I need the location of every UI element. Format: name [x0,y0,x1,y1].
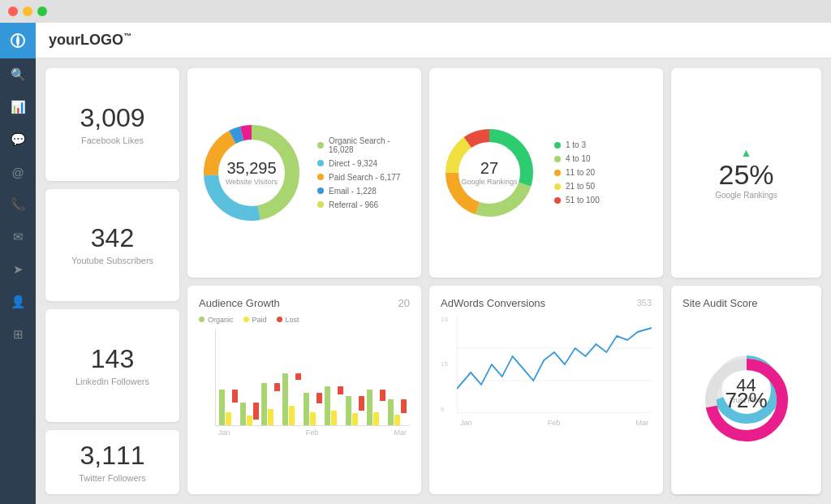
dashboard: 3,009 Facebook Likes 342 Youtube Subscri… [36,58,831,504]
visitors-donut: 35,295 Website Visitors [199,120,304,226]
bar-lost [316,393,322,403]
bar-organic [388,399,394,425]
site-audit-number: 72% [725,387,767,412]
audience-value: 20 [398,297,410,309]
legend-51to100: 51 to 100 [554,196,652,205]
legend-lost-bar: Lost [277,316,299,324]
bar-lost [295,373,301,380]
bar-chart-icon[interactable]: 📊 [0,91,36,123]
legend-paid: Paid Search - 6,177 [317,173,410,182]
legend-organic-bar: Organic [199,316,234,324]
rankings-legend: 1 to 3 4 to 10 11 to 20 21 to 50 [554,140,652,205]
bar-axis-labels: Jan Feb Mar [215,429,410,437]
visitors-legend: Organic Search - 16,028 Direct - 9,324 P… [317,136,410,209]
maximize-button[interactable] [37,6,47,16]
twitter-followers-label: Twitter Followers [79,473,146,483]
legend-email: Email - 1,228 [317,187,410,196]
mail-icon[interactable]: ✉ [0,221,36,253]
visitors-donut-label: 35,295 Website Visitors [226,159,278,186]
phone-icon[interactable]: 📞 [0,188,36,221]
google-pct-label: Google Rankings [715,191,777,200]
bar-paid [394,415,400,425]
bar-chart-container: Jan Feb Mar [199,329,410,437]
google-pct-card: ▲ 25% Google Rankings [671,68,821,278]
bar-group [367,390,385,425]
audience-header: Audience Growth 20 [199,297,410,309]
legend-direct: Direct - 9,324 [317,159,410,168]
bar-lost [359,396,364,411]
bar-group [304,393,322,425]
close-button[interactable] [8,6,18,16]
organic-dot [317,142,324,149]
adwords-title: AdWords Conversions [441,297,545,309]
bar-organic [219,390,225,425]
audience-growth-card: Audience Growth 20 Organic Paid Lost [187,286,421,495]
adwords-card: AdWords Conversions 353 Jan [429,286,663,495]
linkedin-followers-number: 143 [91,345,134,373]
bar-organic [282,373,288,425]
bar-paid [289,406,295,425]
bar-lost [380,390,385,402]
send-icon[interactable]: ➤ [0,253,36,286]
google-pct-number: 25% [718,159,773,191]
rankings-donut: 27 Google Rankings [441,124,538,222]
box-icon[interactable]: ⊞ [0,318,36,351]
site-audit-donut: 72% [702,355,791,445]
bar-group [325,386,343,425]
user-icon[interactable]: 👤 [0,286,36,318]
adwords-y-labels: 23 15 8 [441,316,448,413]
twitter-followers-card: 3,111 Twitter Followers [45,430,179,494]
adwords-axis-labels: Jan Feb Mar [457,419,652,427]
facebook-likes-label: Facebook Likes [81,136,144,145]
pct-arrow: ▲ [741,146,752,159]
bar-group [261,383,280,425]
audience-legend: Organic Paid Lost [199,316,410,324]
app-container: 🔍 📊 💬 @ 📞 ✉ ➤ 👤 ⊞ yourLOGO™ 3,009 Facebo… [0,23,831,504]
legend-4to10: 4 to 10 [554,154,652,163]
bar-group [219,390,238,425]
linkedin-followers-card: 143 Linkedin Followers [45,309,179,422]
site-audit-card: Site Audit Score 72% [671,286,821,495]
at-icon[interactable]: @ [0,156,36,188]
logo: yourLOGO™ [49,32,131,49]
bar-lost [338,386,343,395]
sidebar: 🔍 📊 💬 @ 📞 ✉ ➤ 👤 ⊞ [0,23,36,504]
bar-paid [268,409,273,425]
sidebar-logo[interactable] [0,23,36,58]
bar-group [388,399,407,425]
comment-icon[interactable]: 💬 [0,123,36,156]
twitter-followers-number: 3,111 [80,442,144,470]
youtube-subscribers-number: 342 [91,224,134,252]
search-icon[interactable]: 🔍 [0,58,36,91]
rankings-donut-label: 27 Google Rankings [461,159,517,186]
line-chart-container: Jan Feb Mar 23 15 8 [441,316,652,427]
facebook-likes-number: 3,009 [80,104,144,132]
bar-organic [367,390,372,425]
bar-paid [310,412,316,425]
bar-group [346,396,364,425]
legend-referral: Referral - 966 [317,200,410,209]
bar-paid [352,413,358,424]
minimize-button[interactable] [23,6,32,16]
legend-11to20: 11 to 20 [554,168,652,177]
bar-lost [274,383,280,392]
line-chart [457,316,652,413]
youtube-subscribers-card: 342 Youtube Subscribers [45,189,179,302]
bar-lost [253,403,259,420]
bar-paid [373,412,379,425]
youtube-subscribers-label: Youtube Subscribers [71,256,153,265]
visitors-card: 35,295 Website Visitors Organic Search -… [187,68,421,278]
site-audit-title: Site Audit Score [682,297,758,309]
bar-lost [232,390,238,403]
bar-organic [325,386,330,425]
main-content: yourLOGO™ 3,009 Facebook Likes 342 Youtu… [36,23,831,504]
email-dot [317,187,324,194]
bar-organic [346,396,351,425]
linkedin-followers-label: Linkedin Followers [75,377,149,386]
direct-dot [317,160,324,166]
rankings-card: 27 Google Rankings 1 to 3 4 to 10 [429,68,663,278]
legend-21to50: 21 to 50 [554,182,652,191]
bar-paid [247,416,252,425]
bar-organic [261,383,267,425]
title-bar [0,0,831,23]
